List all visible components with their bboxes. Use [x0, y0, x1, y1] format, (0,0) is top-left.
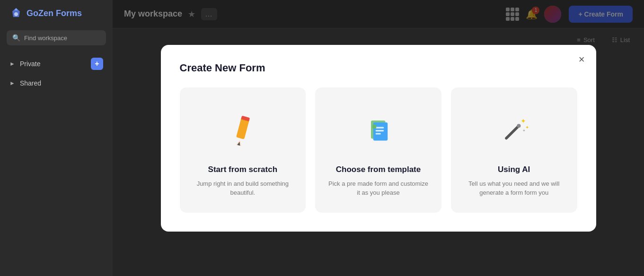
ai-desc: Tell us what you need and we will genera… [462, 179, 566, 198]
svg-point-13 [517, 124, 521, 128]
ai-icon-area: ✦ ✦ ✦ [490, 106, 538, 154]
svg-rect-11 [372, 124, 376, 128]
template-icon [360, 111, 397, 149]
chevron-right-icon-shared: ► [9, 80, 15, 86]
sidebar-nav: ► Private + ► Shared [0, 51, 113, 276]
scratch-desc: Jump right in and build something beauti… [191, 179, 295, 198]
ai-card[interactable]: ✦ ✦ ✦ Using AI Tell us what you need and… [451, 87, 577, 213]
logo-icon [9, 7, 23, 20]
workspace-search[interactable]: 🔍 Find workspace [7, 30, 106, 45]
svg-rect-8 [375, 127, 384, 128]
template-desc: Pick a pre made form and customize it as… [326, 179, 430, 198]
sidebar-item-private[interactable]: ► Private + [0, 53, 113, 75]
sidebar: GoZen Forms 🔍 Find workspace ► Private +… [0, 0, 113, 276]
svg-line-12 [506, 126, 519, 138]
create-form-modal: Create New Form × [161, 45, 596, 232]
modal-title: Create New Form [180, 62, 577, 74]
template-title: Choose from template [336, 165, 421, 174]
scratch-icon-area [219, 106, 266, 154]
svg-rect-10 [375, 133, 380, 134]
scratch-title: Start from scratch [208, 165, 277, 174]
svg-text:✦: ✦ [522, 129, 526, 133]
template-icon-area [355, 106, 402, 154]
modal-overlay[interactable]: Create New Form × [113, 0, 644, 276]
logo-text: GoZen Forms [26, 9, 82, 18]
svg-text:✦: ✦ [525, 125, 529, 130]
svg-text:✦: ✦ [521, 117, 527, 124]
main-content: My workspace ★ … 🔔 1 [113, 0, 644, 276]
magic-wand-icon: ✦ ✦ ✦ [495, 111, 533, 149]
chevron-right-icon: ► [9, 60, 15, 67]
scratch-card[interactable]: Start from scratch Jump right in and bui… [180, 87, 306, 213]
sidebar-private-label: Private [20, 60, 86, 68]
add-private-button[interactable]: + [91, 58, 103, 70]
template-card[interactable]: Choose from template Pick a pre made for… [315, 87, 441, 213]
modal-close-button[interactable]: × [579, 54, 585, 65]
ai-title: Using AI [498, 165, 530, 174]
logo-area: GoZen Forms [0, 0, 113, 26]
pencil-icon [224, 111, 262, 149]
svg-rect-9 [375, 130, 384, 131]
search-icon: 🔍 [12, 34, 20, 42]
svg-point-0 [14, 12, 18, 16]
modal-cards: Start from scratch Jump right in and bui… [180, 87, 577, 213]
search-placeholder: Find workspace [24, 34, 67, 42]
sidebar-item-shared[interactable]: ► Shared [0, 75, 113, 92]
sidebar-shared-label: Shared [20, 79, 103, 87]
